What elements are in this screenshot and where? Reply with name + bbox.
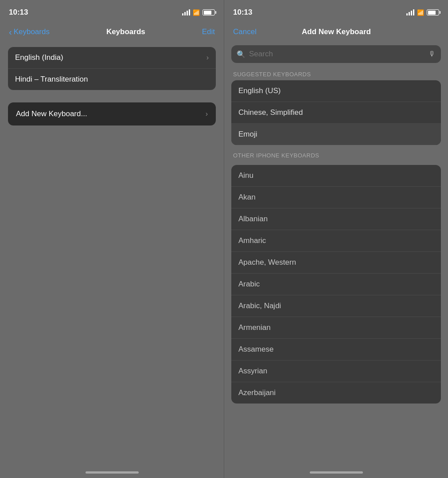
other-keyboard-label: Arabic, Najdi (238, 302, 281, 310)
suggested-keyboard-label: Chinese, Simplified (238, 108, 303, 117)
other-keyboard-albanian[interactable]: Albanian (231, 208, 441, 230)
other-keyboard-assamese[interactable]: Assamese (231, 339, 441, 360)
other-keyboard-amharic[interactable]: Amharic (231, 230, 441, 252)
right-status-bar: 10:13 📶 (224, 0, 448, 22)
keyboard-label: Hindi – Transliteration (15, 75, 88, 84)
left-nav-bar: ‹ Keyboards Keyboards Edit (0, 22, 224, 43)
search-input[interactable] (249, 50, 425, 59)
keyboard-chevron-icon: › (206, 54, 209, 62)
right-status-time: 10:13 (233, 8, 252, 17)
signal-icon (182, 9, 190, 16)
keyboards-list: English (India) › Hindi – Transliteratio… (8, 47, 216, 90)
add-keyboard-label: Add New Keyboard... (16, 110, 87, 118)
battery-icon (203, 9, 215, 16)
other-keyboard-label: Arabic (238, 280, 260, 289)
keyboard-scroll-content: SUGGESTED KEYBOARDS English (US) Chinese… (224, 67, 448, 478)
edit-button[interactable]: Edit (202, 27, 215, 36)
suggested-keyboard-label: Emoji (238, 130, 257, 139)
right-signal-icon (406, 9, 414, 16)
suggested-keyboard-english-us[interactable]: English (US) (231, 80, 441, 102)
right-wifi-icon: 📶 (417, 9, 424, 16)
other-keyboard-azerbaijani[interactable]: Azerbaijani (231, 382, 441, 404)
other-keyboard-label: Albanian (238, 215, 268, 223)
back-chevron-icon: ‹ (9, 27, 12, 36)
other-keyboard-label: Amharic (238, 236, 266, 245)
other-keyboard-label: Assyrian (238, 367, 267, 376)
right-status-icons: 📶 (406, 9, 439, 16)
left-panel: 10:13 📶 ‹ Keyboards Keyboards Edit Engli… (0, 0, 224, 478)
other-keyboard-arabic-najdi[interactable]: Arabic, Najdi (231, 295, 441, 317)
back-button[interactable]: ‹ Keyboards (9, 27, 50, 36)
other-keyboard-apache-western[interactable]: Apache, Western (231, 252, 441, 274)
suggested-section-header: SUGGESTED KEYBOARDS (224, 67, 448, 80)
left-status-time: 10:13 (9, 8, 28, 17)
keyboard-item-english-india[interactable]: English (India) › (8, 47, 216, 69)
suggested-keyboards-list: English (US) Chinese, Simplified Emoji (231, 80, 441, 145)
right-battery-icon (427, 9, 439, 16)
other-keyboard-assyrian[interactable]: Assyrian (231, 360, 441, 382)
other-keyboard-arabic[interactable]: Arabic (231, 274, 441, 295)
other-keyboard-label: Assamese (238, 345, 273, 354)
other-keyboard-label: Apache, Western (238, 258, 296, 267)
other-keyboards-list: Ainu Akan Albanian Amharic Apache, Weste… (231, 165, 441, 404)
other-keyboard-label: Azerbaijani (238, 388, 276, 397)
keyboard-item-hindi[interactable]: Hindi – Transliteration (8, 69, 216, 90)
cancel-button[interactable]: Cancel (233, 27, 257, 36)
search-icon: 🔍 (237, 50, 245, 59)
suggested-keyboard-label: English (US) (238, 86, 280, 95)
search-bar[interactable]: 🔍 🎙 (231, 45, 441, 63)
keyboard-label: English (India) (15, 53, 63, 62)
other-keyboard-ainu[interactable]: Ainu (231, 165, 441, 187)
other-section-header: OTHER IPHONE KEYBOARDS (224, 149, 448, 161)
left-status-bar: 10:13 📶 (0, 0, 224, 22)
other-keyboard-akan[interactable]: Akan (231, 187, 441, 208)
right-home-indicator (310, 471, 363, 474)
add-new-keyboard-button[interactable]: Add New Keyboard... › (8, 102, 216, 125)
wifi-icon: 📶 (193, 9, 200, 16)
other-keyboard-label: Ainu (238, 171, 253, 180)
right-panel: 10:13 📶 Cancel Add New Keyboard 🔍 🎙 SUGG… (224, 0, 448, 478)
other-keyboard-label: Armenian (238, 323, 271, 332)
right-nav-bar: Cancel Add New Keyboard (224, 22, 448, 43)
right-nav-title: Add New Keyboard (302, 27, 371, 36)
mic-icon[interactable]: 🎙 (429, 50, 436, 58)
left-status-icons: 📶 (182, 9, 215, 16)
suggested-keyboard-emoji[interactable]: Emoji (231, 124, 441, 145)
back-label: Keyboards (14, 27, 50, 36)
suggested-keyboard-chinese-simplified[interactable]: Chinese, Simplified (231, 102, 441, 124)
home-indicator (86, 471, 139, 474)
add-chevron-icon: › (206, 110, 208, 118)
other-keyboard-armenian[interactable]: Armenian (231, 317, 441, 339)
other-keyboard-label: Akan (238, 193, 256, 202)
left-nav-title: Keyboards (106, 27, 145, 36)
